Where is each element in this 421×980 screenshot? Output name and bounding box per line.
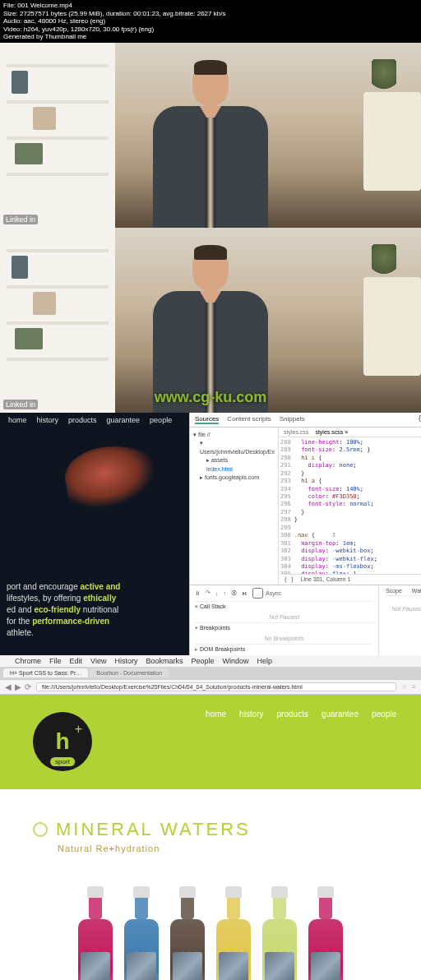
- acc-breakpoints[interactable]: Breakpoints: [195, 622, 373, 633]
- menu-chrome[interactable]: Chrome: [15, 657, 41, 665]
- browser-tab-active[interactable]: H+ Sport CSS to Sass: Pr…: [3, 668, 88, 677]
- product-bottle: [306, 886, 345, 980]
- brand-nav-guarantee[interactable]: guarantee: [322, 710, 359, 719]
- browser-tab-strip: H+ Sport CSS to Sass: Pr… Bourbon - Docu…: [0, 667, 421, 679]
- hero-copy: port and encourage active and lifestyles…: [7, 581, 183, 639]
- reload-icon[interactable]: ⟳: [25, 682, 31, 691]
- code-tab-css[interactable]: styles.css: [284, 429, 308, 435]
- product-bottle: [76, 886, 115, 980]
- acc-call-stack[interactable]: Call Stack: [195, 601, 373, 612]
- step-over-icon[interactable]: ↷: [206, 589, 210, 596]
- menu-window[interactable]: Window: [222, 657, 248, 665]
- tree-desktop[interactable]: ▾ Users/johnriviello/Desktop/Ex: [193, 439, 275, 456]
- logo-h: h: [55, 730, 69, 753]
- meta-size: Size: 27257571 bytes (25.99 MiB), durati…: [3, 10, 418, 18]
- logo-plus: +: [75, 722, 82, 737]
- url-field[interactable]: file:///Users/johnriviello/Desktop/Exerc…: [36, 682, 396, 691]
- menu-view[interactable]: View: [90, 657, 106, 665]
- not-paused-2: Not Paused: [386, 606, 421, 612]
- line-gutter: 288 289 290 291 292 293 294 295 296 297 …: [280, 439, 294, 572]
- nav-history[interactable]: history: [37, 416, 59, 424]
- hero-shoe-image: [61, 437, 169, 520]
- browser-toolbar: ◀ ▶ ⟳ file:///Users/johnriviello/Desktop…: [0, 679, 421, 695]
- brand-nav-products[interactable]: products: [277, 710, 308, 719]
- tree-index[interactable]: index.html: [193, 465, 275, 474]
- video-frame-2: Linked in www.cg-ku.com: [0, 228, 421, 413]
- scope-pane: Scope Watch Not Paused: [379, 585, 421, 655]
- forward-icon[interactable]: ▶: [15, 682, 21, 691]
- star-icon[interactable]: ☆: [401, 683, 407, 691]
- product-bottle: [122, 886, 161, 980]
- devtools-source-tabs: Sources Content scripts Snippets { }: [190, 413, 421, 428]
- browser-frame: Chrome File Edit View History Bookmarks …: [0, 655, 421, 980]
- async-checkbox[interactable]: [252, 588, 263, 599]
- no-breakpoints: No Breakpoints: [195, 636, 373, 641]
- hero-band: h + sport home history products guarante…: [0, 695, 421, 789]
- video-frame-1: Linked in: [0, 43, 421, 228]
- menu-file[interactable]: File: [49, 657, 62, 665]
- debugger-controls: ⏸ ↷ ↓ ↑ ⦿ ⏯ Async Call Stack Not Paused …: [190, 585, 379, 655]
- code-lines[interactable]: line-height: 100%; font-size: 2.5rem; } …: [294, 439, 421, 572]
- cursor-status: Line 301, Column 1: [301, 576, 351, 582]
- tab-content-scripts[interactable]: Content scripts: [227, 415, 271, 424]
- step-out-icon[interactable]: ↑: [224, 590, 227, 596]
- heading-circle-icon: [33, 822, 48, 837]
- rendered-page: h + sport home history products guarante…: [0, 695, 421, 980]
- tab-watch[interactable]: Watch: [412, 588, 421, 594]
- watermark-url: www.cg-ku.com: [155, 389, 266, 406]
- linkedin-watermark: Linked in: [3, 215, 38, 224]
- back-icon[interactable]: ◀: [5, 682, 12, 691]
- devtools-pane: Sources Content scripts Snippets { } ▾ f…: [189, 413, 421, 655]
- pause-exc-icon[interactable]: ⏯: [242, 590, 248, 596]
- tree-fonts[interactable]: ▸ fonts.googleapis.com: [193, 474, 275, 483]
- product-bottle: [214, 886, 253, 980]
- brand-nav-history[interactable]: history: [239, 710, 263, 719]
- menu-edit[interactable]: Edit: [70, 657, 83, 665]
- pretty-print-icon[interactable]: { }: [418, 415, 421, 424]
- tree-root[interactable]: ▾ file //: [193, 431, 275, 440]
- meta-video: Video: h264, yuv420p, 1280x720, 30.00 fp…: [3, 25, 418, 34]
- menu-help[interactable]: Help: [257, 657, 272, 665]
- step-into-icon[interactable]: ↓: [215, 590, 219, 596]
- code-editor[interactable]: styles.css styles.scss × 288 289 290 291…: [279, 428, 421, 585]
- deactivate-bp-icon[interactable]: ⦿: [231, 590, 237, 596]
- brand-logo: h + sport: [33, 712, 92, 771]
- menu-people[interactable]: People: [191, 657, 214, 665]
- async-label: Async: [266, 590, 281, 596]
- not-paused-1: Not Paused: [195, 614, 373, 620]
- tab-scope[interactable]: Scope: [386, 588, 402, 594]
- brand-nav-people[interactable]: people: [372, 710, 396, 719]
- macos-menu-bar: Chrome File Edit View History Bookmarks …: [0, 655, 421, 667]
- linkedin-watermark: Linked in: [3, 400, 38, 409]
- video-metadata: File: 001 Welcome.mp4 Size: 27257571 byt…: [0, 0, 421, 43]
- devtools-frame: home history products guarantee people p…: [0, 413, 421, 655]
- site-nav: home history products guarantee people: [0, 413, 189, 428]
- browser-tab-2[interactable]: Bourbon - Documentation: [90, 668, 169, 677]
- menu-icon[interactable]: ≡: [412, 683, 416, 691]
- file-tree[interactable]: ▾ file // ▾ Users/johnriviello/Desktop/E…: [190, 428, 279, 585]
- menu-bookmarks[interactable]: Bookmarks: [146, 657, 183, 665]
- brand-nav-home[interactable]: home: [206, 710, 226, 719]
- meta-generated: Generated by Thumbnail me: [3, 33, 418, 41]
- nav-guarantee[interactable]: guarantee: [107, 416, 141, 424]
- code-tab-scss[interactable]: styles.scss ×: [315, 429, 348, 435]
- product-bottle: [168, 886, 207, 980]
- product-bottle-row: [0, 886, 421, 980]
- tab-sources[interactable]: Sources: [195, 415, 219, 424]
- page-heading: MINERAL WATERS: [0, 789, 421, 844]
- resume-icon[interactable]: ⏸: [195, 590, 201, 596]
- nav-products[interactable]: products: [68, 416, 97, 424]
- tree-assets[interactable]: ▸ assets: [193, 456, 275, 465]
- product-bottle: [260, 886, 299, 980]
- nav-people[interactable]: people: [150, 416, 172, 424]
- acc-dom-bp[interactable]: DOM Breakpoints: [195, 644, 373, 654]
- menu-history[interactable]: History: [114, 657, 137, 665]
- meta-file: File: 001 Welcome.mp4: [3, 2, 418, 10]
- meta-audio: Audio: aac, 48000 Hz, stereo (eng): [3, 17, 418, 25]
- brand-nav: home history products guarantee people: [206, 710, 396, 719]
- nav-home[interactable]: home: [8, 416, 27, 424]
- tab-snippets[interactable]: Snippets: [280, 415, 305, 424]
- rendered-website-pane: home history products guarantee people p…: [0, 413, 189, 655]
- heading-text: MINERAL WATERS: [56, 819, 251, 840]
- subheading: Natural Re+hydration: [0, 844, 421, 853]
